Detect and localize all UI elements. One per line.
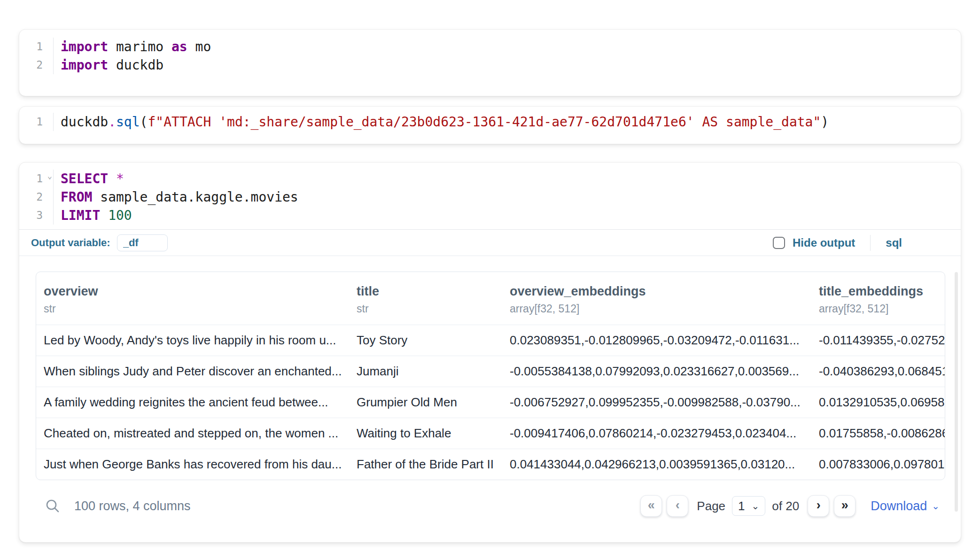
code-line[interactable]: LIMIT 100	[61, 206, 961, 225]
code-line[interactable]: FROM sample_data.kaggle.movies	[61, 188, 961, 206]
table-row: Just when George Banks has recovered fro…	[36, 449, 945, 480]
table-cell: -0.0055384138,0.07992093,0.023316627,0.0…	[502, 356, 811, 387]
page-number-select[interactable]: 1 ⌄	[732, 496, 765, 516]
table-body: Led by Woody, Andy's toys live happily i…	[36, 325, 945, 480]
code-editor[interactable]: 1⌄23 SELECT *FROM sample_data.kaggle.mov…	[19, 163, 961, 229]
table-cell: Grumpier Old Men	[349, 387, 502, 418]
line-number: 1	[19, 38, 53, 56]
table-cell: Just when George Banks has recovered fro…	[36, 449, 349, 480]
table-cell: Waiting to Exhale	[349, 418, 502, 449]
line-number: 1⌄	[19, 170, 53, 188]
table-cell: Led by Woody, Andy's toys live happily i…	[36, 325, 349, 356]
code-line[interactable]: duckdb.sql(f"ATTACH 'md:_share/sample_da…	[61, 113, 961, 131]
table-row: A family wedding reignites the ancient f…	[36, 387, 945, 418]
download-button[interactable]: Download ⌄	[871, 499, 940, 513]
table-cell: -0.040386293,0.068451	[811, 356, 945, 387]
table-cell: Father of the Bride Part II	[349, 449, 502, 480]
table-header-row: overviewstrtitlestroverview_embeddingsar…	[36, 272, 945, 325]
search-icon[interactable]	[45, 498, 60, 513]
table-row: Cheated on, mistreated and stepped on, t…	[36, 418, 945, 449]
table-cell: Cheated on, mistreated and stepped on, t…	[36, 418, 349, 449]
chevron-down-icon: ⌄	[752, 504, 760, 508]
table-cell: 0.01755858,-0.0086286	[811, 418, 945, 449]
column-type: array[f32, 512]	[819, 303, 945, 315]
table-cell: 0.007833006,0.097801	[811, 449, 945, 480]
gutter: 1⌄23	[19, 170, 54, 225]
first-page-button[interactable]: «	[640, 495, 662, 517]
toolbar-divider	[870, 235, 871, 251]
code-lines[interactable]: SELECT *FROM sample_data.kaggle.moviesLI…	[54, 170, 961, 225]
last-page-button[interactable]: »	[834, 495, 856, 517]
table-cell: Toy Story	[349, 325, 502, 356]
pagination: « ‹ Page 1 ⌄ of 20 › » Download	[640, 495, 940, 517]
line-number: 1	[19, 113, 53, 131]
table-row: When siblings Judy and Peter discover an…	[36, 356, 945, 387]
table-cell: When siblings Judy and Peter discover an…	[36, 356, 349, 387]
table-cell: 0.023089351,-0.012809965,-0.03209472,-0.…	[502, 325, 811, 356]
table-cell: -0.006752927,0.099952355,-0.009982588,-0…	[502, 387, 811, 418]
prev-page-button[interactable]: ‹	[667, 495, 688, 517]
column-name: overview_embeddings	[510, 284, 811, 299]
column-name: overview	[44, 284, 349, 299]
output-scrollbar[interactable]	[955, 272, 958, 512]
sql-cell: 1⌄23 SELECT *FROM sample_data.kaggle.mov…	[19, 162, 961, 543]
language-badge[interactable]: sql	[886, 236, 902, 249]
last-page-icon: »	[841, 498, 848, 513]
code-editor[interactable]: 12 import marimo as moimport duckdb	[19, 30, 961, 74]
fold-chevron-icon[interactable]: ⌄	[47, 172, 52, 180]
gutter: 1	[19, 113, 54, 131]
code-line[interactable]: import duckdb	[61, 56, 961, 74]
code-line[interactable]: SELECT *	[61, 170, 961, 188]
table-cell: 0.0132910535,0.06958	[811, 387, 945, 418]
hide-output-checkbox[interactable]	[773, 237, 785, 249]
column-header-title[interactable]: titlestr	[349, 272, 502, 325]
gutter: 12	[19, 38, 54, 74]
table-cell: -0.011439355,-0.02752	[811, 325, 945, 356]
hide-output-label: Hide output	[793, 236, 855, 249]
code-cell-imports: 12 import marimo as moimport duckdb	[19, 29, 961, 96]
table-cell: -0.009417406,0.07860214,-0.023279453,0.0…	[502, 418, 811, 449]
code-editor[interactable]: 1 duckdb.sql(f"ATTACH 'md:_share/sample_…	[19, 107, 961, 131]
line-number: 3	[19, 206, 53, 225]
sql-cell-toolbar: Output variable: Hide output sql	[19, 229, 961, 256]
table-cell: Jumanji	[349, 356, 502, 387]
page-label: Page	[697, 499, 725, 513]
code-lines[interactable]: duckdb.sql(f"ATTACH 'md:_share/sample_da…	[54, 113, 961, 131]
query-output-area: overviewstrtitlestroverview_embeddingsar…	[19, 256, 961, 532]
next-page-button[interactable]: ›	[808, 495, 829, 517]
column-name: title	[357, 284, 502, 299]
toolbar-right-group: Hide output sql	[773, 235, 949, 251]
table-cell: 0.041433044,0.042966213,0.0039591365,0.0…	[502, 449, 811, 480]
column-header-overview_embeddings[interactable]: overview_embeddingsarray[f32, 512]	[502, 272, 811, 325]
output-variable-input[interactable]	[117, 234, 168, 251]
row-count-summary: 100 rows, 4 columns	[74, 499, 191, 513]
prev-page-icon: ‹	[676, 498, 680, 513]
line-number: 2	[19, 188, 53, 206]
chevron-down-icon: ⌄	[932, 504, 940, 508]
code-lines[interactable]: import marimo as moimport duckdb	[54, 38, 961, 74]
code-line[interactable]: import marimo as mo	[61, 38, 961, 56]
table-footer: 100 rows, 4 columns « ‹ Page 1 ⌄ of 20 ›	[36, 480, 945, 532]
code-cell-attach: 1 duckdb.sql(f"ATTACH 'md:_share/sample_…	[19, 106, 961, 144]
download-label: Download	[871, 499, 927, 513]
column-type: array[f32, 512]	[510, 303, 811, 315]
table-row: Led by Woody, Andy's toys live happily i…	[36, 325, 945, 356]
column-header-overview[interactable]: overviewstr	[36, 272, 349, 325]
table-cell: A family wedding reignites the ancient f…	[36, 387, 349, 418]
column-type: str	[44, 303, 349, 315]
column-type: str	[357, 303, 502, 315]
page-number-value: 1	[738, 499, 745, 513]
line-number: 2	[19, 56, 53, 74]
next-page-icon: ›	[817, 498, 821, 513]
result-table: overviewstrtitlestroverview_embeddingsar…	[36, 272, 945, 480]
total-pages-label: of 20	[772, 499, 799, 513]
first-page-icon: «	[648, 498, 655, 513]
column-name: title_embeddings	[819, 284, 945, 299]
column-header-title_embeddings[interactable]: title_embeddingsarray[f32, 512]	[811, 272, 945, 325]
output-variable-label: Output variable:	[31, 237, 110, 249]
